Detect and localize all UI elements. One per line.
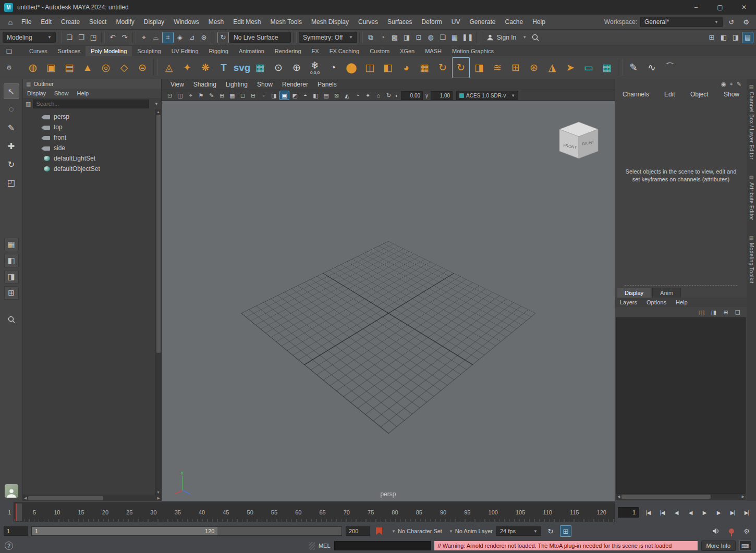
arnold-renderview-icon[interactable]: ▦ — [449, 32, 460, 43]
channel-box-menu-item[interactable]: Channels — [623, 91, 649, 98]
toolbar-separator[interactable] — [101, 32, 105, 43]
loop-mode-button[interactable]: ↻ — [545, 525, 556, 537]
poly-cone-icon[interactable]: ▲ — [79, 57, 96, 78]
menu-item[interactable]: File — [17, 15, 36, 29]
animation-preferences-button[interactable]: ⚙ — [741, 525, 752, 537]
scale-tool-icon[interactable]: ◰ — [4, 175, 19, 190]
menu-item[interactable]: Windows — [169, 15, 204, 29]
shelf-tab[interactable]: FX — [307, 46, 324, 56]
poly-plane-icon[interactable]: ◇ — [115, 57, 133, 78]
shelf-tab[interactable]: Sculpting — [132, 46, 166, 56]
resize-grip-icon[interactable] — [309, 542, 315, 550]
menu-item[interactable]: Curves — [353, 15, 383, 29]
outliner-item[interactable]: side — [23, 143, 155, 153]
outliner-menu-item[interactable]: Show — [50, 89, 73, 98]
outliner-menu-item[interactable]: Help — [73, 89, 93, 98]
symmetry-selector[interactable]: Symmetry: Off ▼ — [299, 32, 357, 43]
pause-viewport-icon[interactable]: ❚❚ — [461, 32, 474, 43]
layer-editor-tab[interactable]: Display — [617, 288, 651, 298]
pane-splitter[interactable] — [615, 282, 747, 288]
menu-item[interactable]: Mesh Display — [307, 15, 353, 29]
go-to-start-button[interactable]: |◀ — [641, 506, 655, 519]
outliner-vertical-scrollbar[interactable]: ▲ ▼ — [155, 109, 161, 495]
create-empty-layer-icon[interactable]: ⊞ — [721, 308, 730, 317]
menu-item[interactable]: Display — [139, 15, 169, 29]
new-scene-icon[interactable]: ❏ — [64, 32, 75, 43]
snap-to-curve-icon[interactable]: ⌓ — [150, 32, 162, 43]
super-ellipse-icon[interactable]: ✦ — [178, 57, 196, 78]
panel-drag-icon[interactable]: ▦ — [26, 81, 31, 87]
viewport-toolbar-icon[interactable]: ⊡ — [165, 91, 175, 100]
menu-item[interactable]: Help — [528, 15, 550, 29]
tool-settings-toggle-icon[interactable]: ◧ — [718, 32, 729, 43]
snap-to-view-plane-icon[interactable]: ⊿ — [186, 32, 198, 43]
ep-curve-icon[interactable]: ∿ — [643, 57, 661, 78]
home-icon[interactable]: ⌂ — [4, 16, 17, 28]
move-layer-up-icon[interactable]: ◫ — [697, 308, 706, 317]
outliner-toggle-icon[interactable]: ⊞ — [706, 32, 717, 43]
user-avatar[interactable] — [5, 484, 18, 498]
layout-four-view-icon[interactable]: ▦ — [4, 238, 19, 251]
search-icon[interactable] — [531, 33, 540, 42]
center-pivot-icon[interactable]: ⊕ — [288, 57, 306, 78]
channel-box-menu-item[interactable]: Edit — [664, 91, 675, 98]
workspace-settings-icon[interactable]: ⚙ — [740, 16, 752, 28]
freeze-transform-icon[interactable]: ❄ 0,0,0 — [306, 57, 324, 78]
range-slider[interactable]: 1 120 — [31, 526, 342, 536]
construction-plane-icon[interactable]: ⊙ — [270, 57, 287, 78]
shelf-tab[interactable]: Poly Modeling — [86, 46, 132, 56]
move-layer-down-icon[interactable]: ◨ — [709, 308, 718, 317]
playback-options-button[interactable]: ⊞ — [560, 525, 571, 537]
poly-cylinder-icon[interactable]: ▤ — [60, 57, 78, 78]
layer-list-scrollbar[interactable]: ◀ ▶ — [616, 494, 746, 500]
viewport-toolbar-icon[interactable]: ⚑ — [196, 91, 206, 100]
go-to-end-button[interactable]: ▶| — [740, 506, 753, 519]
viewport-menu-item[interactable]: Show — [252, 81, 277, 88]
viewport-3d-canvas[interactable]: FRONT RIGHT y persp — [162, 101, 615, 501]
fps-selector[interactable]: 24 fps ▼ — [496, 526, 541, 536]
character-set-selector[interactable]: ▼ No Character Set — [388, 528, 442, 534]
shelf-tab[interactable]: Surfaces — [53, 46, 86, 56]
menu-item[interactable]: Create — [56, 15, 84, 29]
snap-to-projected-center-icon[interactable]: ◈ — [174, 32, 186, 43]
playhead[interactable] — [16, 503, 22, 521]
scroll-left-icon[interactable]: ◀ — [617, 495, 620, 499]
open-scene-icon[interactable]: ❒ — [76, 32, 87, 43]
channel-edit-icon[interactable]: ✎ — [737, 81, 741, 88]
minimize-button[interactable]: – — [684, 0, 708, 15]
layer-editor-menu-item[interactable]: Options — [642, 298, 671, 307]
outliner-horizontal-scrollbar[interactable]: ◀ ▶ — [23, 495, 161, 501]
viewport-toolbar-icon[interactable]: ▣ — [279, 91, 289, 100]
toolbar-separator[interactable] — [212, 32, 215, 43]
scroll-up-icon[interactable]: ▲ — [156, 110, 160, 114]
outliner-item[interactable]: persp — [23, 112, 155, 122]
render-sequence-icon[interactable]: ❏ — [437, 32, 448, 43]
layer-editor-menu-item[interactable]: Help — [671, 298, 692, 307]
viewport-toolbar-icon[interactable]: ⌂ — [373, 91, 383, 100]
maximize-button[interactable]: ▢ — [708, 0, 732, 15]
viewport-toolbar-icon[interactable]: ◫ — [175, 91, 185, 100]
menu-item[interactable]: Mesh Tools — [266, 15, 307, 29]
viewport-toolbar-icon[interactable]: ✎ — [206, 91, 216, 100]
viewport-toolbar-icon[interactable]: ▫ — [259, 91, 269, 100]
ultra-shape-icon[interactable]: ❋ — [197, 57, 214, 78]
paint-select-tool-icon[interactable]: ✎ — [4, 120, 19, 136]
menu-item[interactable]: Edit — [36, 15, 56, 29]
channel-box-toggle-icon[interactable]: ▤ — [742, 32, 753, 43]
toolbar-separator[interactable] — [293, 32, 297, 43]
scroll-left-icon[interactable]: ◀ — [24, 496, 27, 500]
viewport-toolbar-icon[interactable]: ◔ — [352, 91, 362, 100]
layout-persp-graph-icon[interactable]: ◨ — [4, 270, 19, 284]
viewport-toolbar-icon[interactable]: ↻ — [384, 91, 394, 100]
shelf-options-gear-icon[interactable]: ⚙ — [6, 64, 12, 71]
toolbar-separator[interactable] — [132, 32, 136, 43]
sweep-mesh-icon[interactable]: ▦ — [251, 57, 269, 78]
menu-item[interactable]: Select — [84, 15, 111, 29]
menu-set-selector[interactable]: Modeling ▼ — [3, 32, 56, 43]
poly-cube-icon[interactable]: ▣ — [42, 57, 60, 78]
step-forward-key-button[interactable]: ▶| — [726, 506, 739, 519]
shelf-separator[interactable] — [153, 59, 158, 76]
viewport-toolbar-icon[interactable]: ◩ — [290, 91, 300, 100]
shelf-tab[interactable]: Rendering — [270, 46, 307, 56]
search-input[interactable] — [33, 100, 149, 108]
